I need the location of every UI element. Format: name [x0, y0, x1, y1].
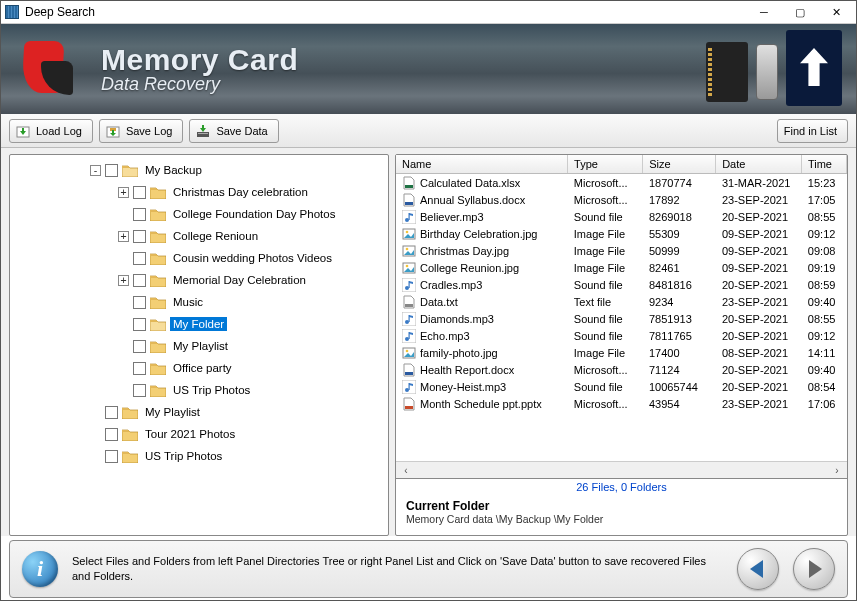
tree-node[interactable]: - My Backup — [90, 159, 386, 181]
svg-rect-32 — [405, 406, 413, 409]
table-row[interactable]: family-photo.jpg Image File 17400 08-SEP… — [396, 344, 847, 361]
tree-node[interactable]: College Foundation Day Photos — [118, 203, 386, 225]
table-row[interactable]: Diamonds.mp3 Sound file 7851913 20-SEP-2… — [396, 310, 847, 327]
scroll-left-icon[interactable]: ‹ — [398, 465, 414, 476]
table-row[interactable]: Cradles.mp3 Sound file 8481816 20-SEP-20… — [396, 276, 847, 293]
file-time: 15:23 — [802, 174, 847, 191]
file-type: Sound file — [568, 310, 643, 327]
table-row[interactable]: Money-Heist.mp3 Sound file 10065744 20-S… — [396, 378, 847, 395]
col-date[interactable]: Date — [716, 155, 802, 174]
banner: Memory Card Data Recovery — [1, 24, 856, 114]
tree-node[interactable]: My Folder — [118, 313, 386, 335]
tree-expander[interactable]: + — [118, 275, 129, 286]
table-row[interactable]: Birthday Celebration.jpg Image File 5530… — [396, 225, 847, 242]
checkbox[interactable] — [133, 252, 146, 265]
checkbox[interactable] — [133, 186, 146, 199]
svg-point-21 — [405, 320, 409, 324]
col-time[interactable]: Time — [801, 155, 846, 174]
tree-node[interactable]: My Playlist — [66, 401, 386, 423]
minimize-button[interactable]: ─ — [746, 1, 782, 24]
footer-message: Select Files and Folders from left Panel… — [72, 554, 723, 584]
table-row[interactable]: Echo.mp3 Sound file 7811765 20-SEP-2021 … — [396, 327, 847, 344]
folder-icon — [150, 296, 166, 309]
prev-arrow-icon — [750, 560, 763, 578]
checkbox[interactable] — [133, 318, 146, 331]
find-in-list-button[interactable]: Find in List — [777, 119, 848, 143]
file-icon — [402, 312, 416, 326]
file-table[interactable]: Name Type Size Date Time — [396, 155, 847, 174]
tree-node-label: My Playlist — [142, 405, 203, 419]
tree-expander[interactable]: + — [118, 231, 129, 242]
folder-icon — [122, 406, 138, 419]
svg-rect-28 — [405, 372, 413, 375]
file-type: Sound file — [568, 327, 643, 344]
scroll-right-icon[interactable]: › — [829, 465, 845, 476]
table-row[interactable]: Annual Syllabus.docx Microsoft... 17892 … — [396, 191, 847, 208]
file-date: 23-SEP-2021 — [716, 191, 802, 208]
tree-node[interactable]: Tour 2021 Photos — [66, 423, 386, 445]
tree-node[interactable]: US Trip Photos — [118, 379, 386, 401]
file-type: Microsoft... — [568, 174, 643, 191]
banner-title: Memory Card — [101, 43, 298, 77]
checkbox[interactable] — [105, 428, 118, 441]
tree-node-label: My Backup — [142, 163, 205, 177]
checkbox[interactable] — [133, 362, 146, 375]
tree-node-label: College Foundation Day Photos — [170, 207, 338, 221]
checkbox[interactable] — [105, 450, 118, 463]
tree-node[interactable]: Office party — [118, 357, 386, 379]
folder-icon — [150, 318, 166, 331]
checkbox[interactable] — [133, 296, 146, 309]
tree-node[interactable]: Cousin wedding Photos Videos — [118, 247, 386, 269]
load-log-button[interactable]: Load Log — [9, 119, 93, 143]
checkbox[interactable] — [133, 340, 146, 353]
file-date: 09-SEP-2021 — [716, 242, 802, 259]
file-type: Image File — [568, 242, 643, 259]
checkbox[interactable] — [133, 230, 146, 243]
info-icon: i — [22, 551, 58, 587]
next-button[interactable] — [793, 548, 835, 590]
file-time: 09:40 — [802, 361, 847, 378]
col-size[interactable]: Size — [643, 155, 716, 174]
tree-node[interactable]: + Christmas Day celebration — [118, 181, 386, 203]
tree-node[interactable]: + College Renioun — [118, 225, 386, 247]
tree-expander[interactable]: - — [90, 165, 101, 176]
checkbox[interactable] — [105, 164, 118, 177]
tree-expander[interactable]: + — [118, 187, 129, 198]
save-log-button[interactable]: Save Log — [99, 119, 183, 143]
maximize-button[interactable]: ▢ — [782, 1, 818, 24]
file-icon — [402, 176, 416, 190]
file-time: 17:05 — [802, 191, 847, 208]
checkbox[interactable] — [133, 208, 146, 221]
file-icon — [402, 210, 416, 224]
directory-tree[interactable]: - My Backup + Christmas Day celebration … — [10, 155, 388, 535]
file-size: 1870774 — [643, 174, 716, 191]
table-row[interactable]: Christmas Day.jpg Image File 50999 09-SE… — [396, 242, 847, 259]
table-row[interactable]: Health Report.docx Microsoft... 71124 20… — [396, 361, 847, 378]
col-type[interactable]: Type — [568, 155, 643, 174]
checkbox[interactable] — [133, 384, 146, 397]
svg-rect-6 — [405, 202, 413, 205]
footer-bar: i Select Files and Folders from left Pan… — [9, 540, 848, 598]
table-row[interactable]: College Reunion.jpg Image File 82461 09-… — [396, 259, 847, 276]
checkbox[interactable] — [105, 406, 118, 419]
table-row[interactable]: Data.txt Text file 9234 23-SEP-2021 09:4… — [396, 293, 847, 310]
col-name[interactable]: Name — [396, 155, 568, 174]
save-data-label: Save Data — [216, 125, 267, 137]
horizontal-scrollbar[interactable]: ‹ › — [396, 461, 847, 478]
checkbox[interactable] — [133, 274, 146, 287]
file-size: 71124 — [643, 361, 716, 378]
table-row[interactable]: Believer.mp3 Sound file 8269018 20-SEP-2… — [396, 208, 847, 225]
tree-node[interactable]: Music — [118, 291, 386, 313]
table-row[interactable]: Month Schedule ppt.pptx Microsoft... 439… — [396, 395, 847, 412]
load-log-label: Load Log — [36, 125, 82, 137]
tree-node[interactable]: My Playlist — [118, 335, 386, 357]
tree-node[interactable]: + Memorial Day Celebration — [118, 269, 386, 291]
folder-icon — [150, 252, 166, 265]
close-button[interactable]: ✕ — [818, 1, 854, 24]
table-row[interactable]: Calculated Data.xlsx Microsoft... 187077… — [396, 174, 847, 191]
tree-node[interactable]: US Trip Photos — [66, 445, 386, 467]
save-data-button[interactable]: Save Data — [189, 119, 278, 143]
prev-button[interactable] — [737, 548, 779, 590]
next-arrow-icon — [809, 560, 822, 578]
window-title: Deep Search — [25, 5, 746, 19]
